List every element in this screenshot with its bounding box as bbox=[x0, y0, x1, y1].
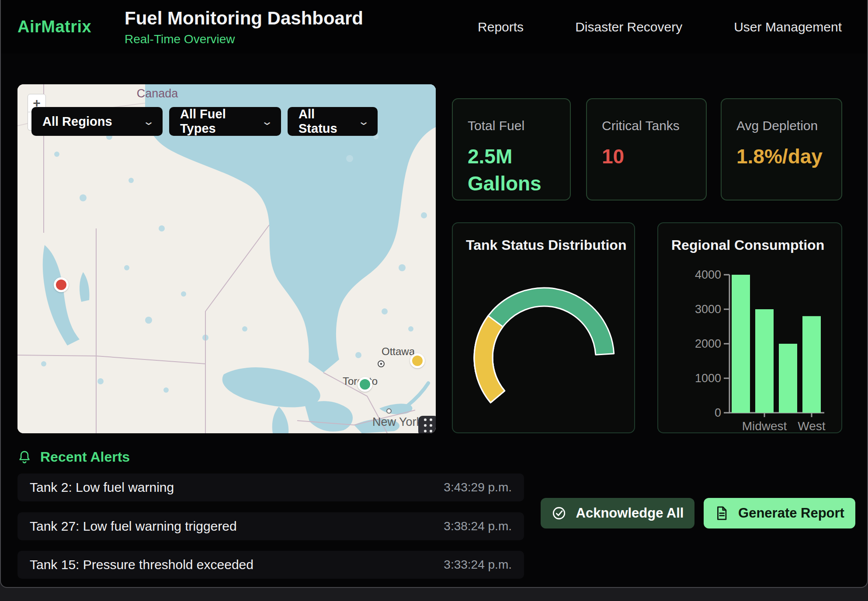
donut-chart bbox=[453, 223, 636, 432]
alert-message: Tank 2: Low fuel warning bbox=[30, 480, 174, 495]
map-label-ottawa: Ottawa bbox=[382, 345, 415, 358]
page-title: Fuel Monitoring Dashboard bbox=[125, 8, 363, 29]
donut-segment-yellow bbox=[474, 316, 505, 403]
consumption-bar bbox=[755, 309, 774, 413]
generate-report-label: Generate Report bbox=[738, 505, 844, 521]
consumption-bar bbox=[802, 316, 821, 413]
stat-label: Total Fuel bbox=[468, 118, 555, 133]
acknowledge-all-label: Acknowledge All bbox=[576, 505, 684, 521]
tank-marker-normal[interactable] bbox=[358, 377, 372, 392]
nav-user-management[interactable]: User Management bbox=[734, 20, 842, 35]
alert-message: Tank 27: Low fuel warning triggered bbox=[30, 519, 237, 534]
header: AirMatrix Fuel Monitoring Dashboard Real… bbox=[1, 0, 867, 54]
chevron-down-icon: ⌄ bbox=[261, 115, 273, 128]
consumption-bar bbox=[779, 344, 797, 413]
fuel-monitoring-dashboard: AirMatrix Fuel Monitoring Dashboard Real… bbox=[0, 0, 868, 601]
x-axis-tick-label: West bbox=[798, 419, 825, 432]
alert-timestamp: 3:43:29 p.m. bbox=[444, 480, 512, 494]
stat-label: Critical Tanks bbox=[602, 118, 691, 133]
map-label-canada: Canada bbox=[127, 87, 188, 100]
status-filter-select[interactable]: All Status ⌄ bbox=[288, 107, 378, 136]
dashboard-shell: AirMatrix Fuel Monitoring Dashboard Real… bbox=[0, 0, 868, 588]
fuel-type-filter-select[interactable]: All Fuel Types ⌄ bbox=[169, 107, 281, 136]
region-filter-select[interactable]: All Regions ⌄ bbox=[31, 107, 163, 136]
title-block: Fuel Monitoring Dashboard Real-Time Over… bbox=[125, 8, 363, 46]
stat-card-avg-depletion: Avg Depletion 1.8%/day bbox=[721, 98, 842, 200]
stat-value: 2.5M Gallons bbox=[468, 143, 546, 197]
alert-row[interactable]: Tank 15: Pressure threshold exceeded 3:3… bbox=[17, 551, 524, 579]
bar-chart: 01000200030004000MidwestWest bbox=[658, 223, 843, 432]
alert-row[interactable]: Tank 2: Low fuel warning 3:43:29 p.m. bbox=[17, 473, 524, 501]
ottawa-marker bbox=[378, 361, 384, 367]
page-subtitle: Real-Time Overview bbox=[125, 32, 363, 46]
alerts-header: Recent Alerts bbox=[17, 449, 130, 465]
stat-card-total-fuel: Total Fuel 2.5M Gallons bbox=[452, 98, 571, 200]
consumption-bar bbox=[732, 275, 750, 413]
chart-title: Regional Consumption bbox=[671, 237, 824, 253]
status-filter-value: All Status bbox=[299, 107, 347, 136]
alert-message: Tank 15: Pressure threshold exceeded bbox=[30, 557, 253, 572]
stat-label: Avg Depletion bbox=[736, 118, 826, 133]
alert-row[interactable]: Tank 27: Low fuel warning triggered 3:38… bbox=[17, 512, 524, 540]
alert-timestamp: 3:33:24 p.m. bbox=[444, 558, 512, 572]
y-axis-tick-label: 3000 bbox=[695, 303, 721, 316]
y-axis-tick-label: 0 bbox=[715, 406, 721, 419]
region-filter-value: All Regions bbox=[42, 114, 112, 129]
alerts-title: Recent Alerts bbox=[40, 449, 130, 465]
map-label-new-york: New York bbox=[372, 415, 422, 429]
stat-value: 10 bbox=[602, 143, 681, 170]
chevron-down-icon: ⌄ bbox=[358, 115, 370, 128]
chart-title: Tank Status Distribution bbox=[466, 237, 626, 253]
x-axis-tick-label: Midwest bbox=[742, 419, 787, 432]
bell-icon bbox=[17, 450, 31, 465]
map-filter-bar: All Regions ⌄ All Fuel Types ⌄ All Statu… bbox=[31, 107, 378, 136]
nav-disaster-recovery[interactable]: Disaster Recovery bbox=[575, 20, 682, 35]
y-axis-tick-label: 1000 bbox=[695, 372, 721, 385]
stat-card-critical-tanks: Critical Tanks 10 bbox=[586, 98, 707, 200]
map-drag-handle-icon[interactable] bbox=[418, 416, 436, 433]
y-axis-tick-label: 4000 bbox=[695, 268, 721, 281]
brand-logo: AirMatrix bbox=[17, 17, 91, 36]
main-nav: Reports Disaster Recovery User Managemen… bbox=[478, 0, 842, 54]
nav-reports[interactable]: Reports bbox=[478, 20, 524, 35]
generate-report-button[interactable]: Generate Report bbox=[704, 498, 855, 528]
fuel-type-filter-value: All Fuel Types bbox=[180, 107, 250, 136]
tank-status-chart-card: Tank Status Distribution bbox=[452, 222, 635, 433]
check-circle-icon bbox=[552, 506, 566, 521]
tank-marker-warning[interactable] bbox=[410, 353, 425, 368]
document-icon bbox=[715, 506, 729, 521]
tank-marker-critical[interactable] bbox=[54, 277, 69, 292]
acknowledge-all-button[interactable]: Acknowledge All bbox=[541, 498, 694, 528]
alert-timestamp: 3:38:24 p.m. bbox=[444, 519, 512, 533]
y-axis-tick-label: 2000 bbox=[695, 337, 721, 350]
chevron-down-icon: ⌄ bbox=[142, 115, 155, 128]
stat-value: 1.8%/day bbox=[736, 143, 815, 170]
new-york-marker bbox=[387, 409, 391, 413]
regional-consumption-chart-card: Regional Consumption 01000200030004000Mi… bbox=[657, 222, 842, 433]
map-panel[interactable]: Canada Toronto Ottawa New York + − All R… bbox=[17, 84, 436, 433]
